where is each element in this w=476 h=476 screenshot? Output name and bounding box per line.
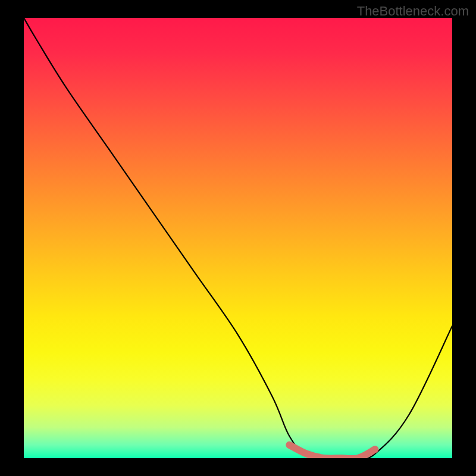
watermark-text: TheBottleneck.com [357, 4, 469, 19]
chart-svg [24, 18, 452, 458]
bottleneck-curve-line [24, 18, 452, 458]
chart-plot-area [24, 18, 452, 458]
valley-highlight-line [289, 445, 375, 458]
